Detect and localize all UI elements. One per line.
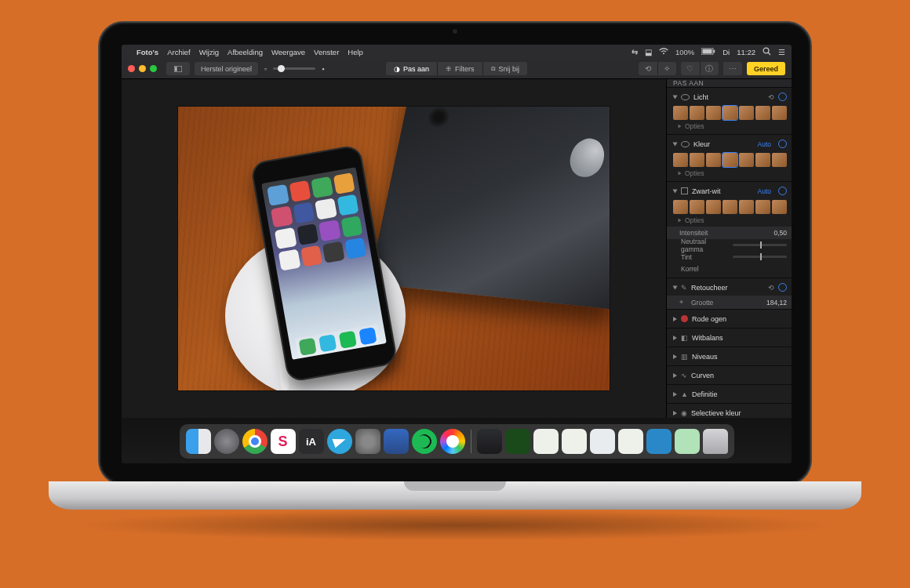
preset-thumb[interactable] — [772, 153, 787, 167]
fullscreen-window-button[interactable] — [150, 65, 157, 72]
adjustment-whitebalance[interactable]: ◧Witbalans — [667, 328, 792, 347]
dock-minimized-window[interactable] — [618, 429, 643, 454]
color-options-toggle[interactable]: Opties — [673, 169, 787, 178]
dock-minimized-window[interactable] — [505, 429, 530, 454]
bw-tint-row[interactable]: Tint — [673, 251, 787, 263]
battery-percent[interactable]: 100% — [675, 48, 694, 56]
disclosure-icon[interactable] — [673, 336, 677, 340]
bw-options-toggle[interactable]: Opties — [673, 216, 787, 225]
light-options-toggle[interactable]: Opties — [673, 122, 787, 131]
disclosure-icon[interactable] — [673, 317, 677, 321]
revert-original-button[interactable]: Herstel origineel — [195, 62, 258, 75]
bw-grain-row[interactable]: Korrel — [673, 263, 787, 274]
preset-thumb[interactable] — [772, 106, 787, 120]
battery-icon[interactable] — [701, 48, 715, 56]
auto-link[interactable]: Auto — [758, 140, 772, 148]
dock-photos[interactable] — [440, 429, 465, 454]
menu-wijzig[interactable]: Wijzig — [199, 48, 219, 56]
dock-iawriter[interactable] — [299, 429, 324, 454]
preset-thumb[interactable] — [739, 200, 754, 214]
favorite-button[interactable]: ♡ — [681, 62, 700, 75]
menu-afbeelding[interactable]: Afbeelding — [228, 48, 263, 56]
adjustment-curves[interactable]: ∿Curven — [667, 366, 792, 385]
preset-thumb[interactable] — [673, 153, 688, 167]
dock-slack[interactable] — [271, 429, 296, 454]
bw-neutrals-row[interactable]: Neutraal gamma — [673, 239, 787, 251]
zoom-in-icon[interactable]: ▪ — [320, 62, 326, 75]
preset-thumb[interactable] — [739, 106, 754, 120]
auto-button[interactable] — [778, 187, 787, 195]
notification-center-icon[interactable]: ☰ — [778, 48, 785, 56]
disclosure-icon[interactable] — [673, 95, 678, 99]
minimize-window-button[interactable] — [139, 65, 146, 72]
auto-button[interactable] — [778, 283, 787, 292]
dock-minimized-window[interactable] — [675, 429, 700, 454]
auto-button[interactable] — [778, 93, 787, 101]
menu-venster[interactable]: Venster — [314, 48, 339, 56]
dock-chrome[interactable] — [242, 429, 268, 454]
menu-weergave[interactable]: Weergave — [271, 48, 305, 56]
tab-filters[interactable]: ⁜Filters — [437, 62, 482, 75]
preset-thumb[interactable] — [673, 200, 688, 214]
tab-adjust[interactable]: ◑Pas aan — [386, 62, 437, 75]
photo-canvas[interactable] — [122, 79, 666, 418]
wifi-icon[interactable] — [659, 48, 668, 56]
disclosure-icon[interactable] — [673, 392, 677, 397]
menu-archief[interactable]: Archief — [167, 48, 191, 56]
menubar-app-name[interactable]: Foto's — [136, 48, 158, 56]
reset-icon[interactable]: ⟲ — [768, 93, 774, 101]
preset-thumb[interactable] — [690, 200, 704, 214]
preset-thumb[interactable] — [723, 153, 737, 167]
info-button[interactable]: ⓘ — [700, 62, 719, 75]
dock-trash[interactable] — [703, 429, 728, 454]
zoom-out-icon[interactable]: ▫ — [263, 62, 268, 75]
dock-minimized-window[interactable] — [646, 429, 672, 454]
dock-telegram[interactable] — [327, 429, 352, 454]
enhance-button[interactable]: ✧ — [657, 62, 676, 75]
done-button[interactable]: Gereed — [747, 62, 785, 75]
dock-preview[interactable] — [384, 429, 409, 454]
menubar-day[interactable]: Di — [723, 48, 730, 56]
adjustment-redeye[interactable]: Rode ogen — [667, 310, 792, 328]
preset-thumb[interactable] — [755, 200, 770, 214]
auto-link[interactable]: Auto — [758, 187, 772, 195]
preset-thumb[interactable] — [673, 106, 688, 120]
visibility-toggle-icon[interactable] — [681, 94, 690, 100]
adjustment-levels[interactable]: ▥Niveaus — [667, 347, 792, 366]
zoom-slider[interactable] — [273, 67, 315, 70]
visibility-toggle-icon[interactable] — [681, 141, 690, 147]
dock-system-preferences[interactable] — [355, 429, 380, 454]
adjustment-selective-color[interactable]: ◉Selectieve kleur — [667, 404, 792, 418]
dock-minimized-window[interactable] — [590, 429, 615, 454]
preset-thumb[interactable] — [690, 153, 704, 167]
menubar-time[interactable]: 11:22 — [737, 48, 755, 56]
preset-thumb[interactable] — [706, 153, 721, 167]
spotlight-icon[interactable] — [763, 47, 771, 57]
dock-spotify[interactable] — [412, 429, 437, 454]
slider[interactable] — [733, 256, 787, 258]
dock-minimized-window[interactable] — [533, 429, 559, 454]
dropbox-icon[interactable]: ⬓ — [645, 48, 652, 56]
auto-button[interactable] — [778, 140, 787, 148]
preset-thumb[interactable] — [706, 200, 721, 214]
disclosure-icon[interactable] — [673, 142, 678, 146]
slider[interactable] — [733, 244, 787, 246]
close-window-button[interactable] — [128, 65, 135, 72]
preset-thumb[interactable] — [739, 153, 754, 167]
preset-thumb[interactable] — [723, 106, 737, 120]
extensions-button[interactable]: ⋯ — [723, 62, 742, 75]
preset-thumb[interactable] — [755, 106, 770, 120]
adjustment-definition[interactable]: ▲Definitie — [667, 385, 792, 404]
tab-crop[interactable]: ⧈Snij bij — [482, 62, 528, 75]
preset-thumb[interactable] — [772, 200, 787, 214]
preset-thumb[interactable] — [723, 200, 737, 214]
disclosure-icon[interactable] — [673, 354, 677, 359]
disclosure-icon[interactable] — [673, 373, 677, 378]
disclosure-icon[interactable] — [673, 285, 678, 289]
checkbox-icon[interactable] — [681, 187, 688, 194]
dock-finder[interactable] — [186, 429, 211, 454]
back-button[interactable] — [166, 62, 190, 75]
dock-minimized-window[interactable] — [562, 429, 587, 454]
menu-help[interactable]: Help — [348, 48, 363, 56]
dock-launchpad[interactable] — [214, 429, 239, 454]
